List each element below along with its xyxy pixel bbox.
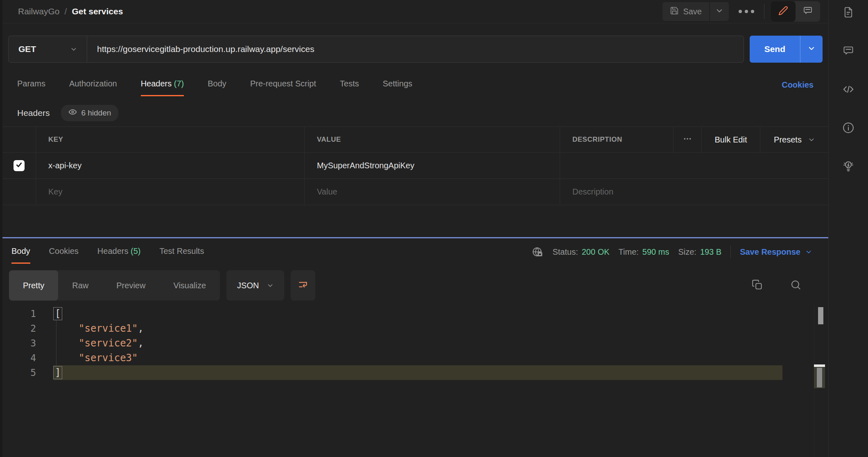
view-tab-visualize[interactable]: Visualize [159,270,220,301]
ellipsis-dot [745,10,748,13]
chevron-down-icon [267,282,274,289]
tab-response-headers[interactable]: Headers (5) [97,247,141,264]
save-response-button[interactable]: Save Response [740,247,812,257]
request-tabs-row: Params Authorization Headers (7) Body Pr… [2,79,828,96]
documentation-button[interactable] [839,4,857,22]
method-select[interactable]: GET [9,36,87,62]
header-description-cell[interactable] [560,153,828,179]
new-key-input[interactable]: Key [36,179,305,205]
save-button-group: Save [662,2,729,21]
hidden-headers-badge[interactable]: 6 hidden [61,105,118,121]
ellipsis-icon [683,135,692,145]
tab-authorization[interactable]: Authorization [69,79,117,96]
presets-dropdown[interactable]: Presets [760,127,828,152]
breadcrumb: RailwayGo / Get services [18,7,123,16]
save-button-label: Save [683,7,702,16]
tab-response-cookies[interactable]: Cookies [49,247,79,264]
new-description-input[interactable]: Description [560,179,828,205]
tab-tests[interactable]: Tests [340,79,359,96]
code-line[interactable]: 1 [ [2,306,828,321]
tab-settings[interactable]: Settings [383,79,412,96]
breadcrumb-request-name[interactable]: Get services [72,7,123,16]
indent-guide [56,320,57,366]
size-value: 193 B [700,247,721,257]
chevron-down-icon [808,45,815,54]
method-label: GET [18,44,36,54]
headers-section-header: Headers 6 hidden [2,104,828,122]
request-tabs: Params Authorization Headers (7) Body Pr… [17,79,412,96]
tab-pre-request-script[interactable]: Pre-request Script [250,79,316,96]
current-line-marker-thumb[interactable] [817,368,822,387]
header-value-cell[interactable]: MySuperAndStrongApiKey [305,153,560,179]
header-key-cell[interactable]: x-api-key [36,153,305,179]
headers-title: Headers [17,108,50,118]
search-response-button[interactable] [787,276,805,294]
column-options-button[interactable] [674,127,702,152]
tab-params[interactable]: Params [17,79,45,96]
cookies-link[interactable]: Cookies [782,80,814,96]
code-line[interactable]: 4 "service3" [2,351,828,365]
json-string: "service2" [79,336,138,351]
copy-response-button[interactable] [748,276,766,294]
status-label: Status: [552,247,578,257]
header-row-x-api-key: x-api-key MySuperAndStrongApiKey [2,153,828,179]
line-number: 2 [2,321,36,336]
new-row-select-cell [2,179,36,205]
tab-test-results[interactable]: Test Results [159,247,204,264]
open-bracket: [ [53,307,62,320]
view-tab-pretty[interactable]: Pretty [9,270,58,301]
request-topbar: RailwayGo / Get services Save [2,0,828,23]
more-actions-button[interactable] [735,10,757,13]
response-headers-count-badge: (5) [131,247,140,256]
time-value: 590 ms [642,247,669,257]
file-text-icon [843,7,854,20]
tab-headers[interactable]: Headers (7) [141,79,184,96]
response-format-select[interactable]: JSON [226,270,284,301]
request-info-button[interactable] [839,120,857,138]
response-view-switcher: Pretty Raw Preview Visualize [9,270,220,301]
send-button[interactable]: Send [750,36,800,63]
response-body-editor[interactable]: 1 [ 2 "service1", 3 "service2", 4 "servi… [2,306,828,457]
edit-mode-button[interactable] [771,1,796,22]
code-snippet-button[interactable] [839,81,857,99]
tab-response-body[interactable]: Body [11,247,30,264]
row-enabled-checkbox[interactable] [14,160,25,171]
breadcrumb-separator: / [65,7,67,16]
chevron-down-icon [808,136,815,143]
search-icon [790,279,801,292]
hidden-count-label: 6 hidden [81,109,111,118]
code-line[interactable]: 3 "service2", [2,336,828,351]
view-tab-raw[interactable]: Raw [58,270,102,301]
time-label: Time: [619,247,639,257]
ellipsis-dot [751,10,754,13]
eye-icon [68,108,77,118]
send-options-button[interactable] [800,36,823,63]
topbar-divider [764,4,764,19]
send-button-label: Send [764,44,785,54]
tab-headers-label: Headers [141,79,172,88]
column-key: KEY [48,136,63,144]
tab-body[interactable]: Body [208,79,226,96]
presets-label: Presets [774,135,802,145]
wrap-lines-button[interactable] [291,270,315,301]
save-options-button[interactable] [710,2,729,21]
globe-lock-icon[interactable] [532,246,543,258]
insights-button[interactable] [839,158,857,176]
lightbulb-bolt-icon [842,160,854,174]
size-pair: Size: 193 B [678,247,721,257]
response-headers-label: Headers [97,247,129,256]
copy-icon [752,279,763,292]
bulk-edit-button[interactable]: Bulk Edit [702,127,760,152]
code-line-current[interactable]: 5 ] [2,365,828,380]
url-input[interactable] [87,36,744,62]
response-tools [748,276,822,294]
scrollbar-thumb[interactable] [818,307,823,324]
comment-mode-button[interactable] [796,1,820,22]
main-panel: RailwayGo / Get services Save [2,0,828,457]
comments-button[interactable] [839,43,857,61]
code-line[interactable]: 2 "service1", [2,321,828,336]
breadcrumb-collection[interactable]: RailwayGo [18,7,60,16]
save-button[interactable]: Save [662,2,709,21]
new-value-input[interactable]: Value [305,179,560,205]
view-tab-preview[interactable]: Preview [102,270,159,301]
